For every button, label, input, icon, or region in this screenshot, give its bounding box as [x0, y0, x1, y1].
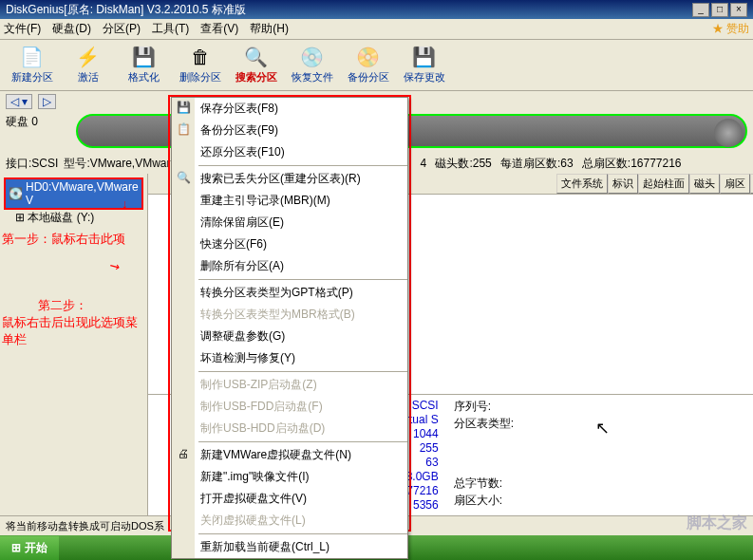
maximize-button[interactable]: □ — [711, 3, 728, 17]
ctx-item[interactable]: 新建".img"映像文件(I) — [172, 466, 407, 488]
tool-备份分区[interactable]: 📀备份分区 — [342, 44, 394, 86]
ctx-item[interactable]: 💾保存分区表(F8) — [172, 98, 407, 120]
tool-激活[interactable]: ⚡激活 — [62, 44, 114, 86]
ctx-icon: 🖨 — [176, 447, 191, 460]
col-header[interactable]: 起始柱面 — [638, 174, 689, 194]
menu-view[interactable]: 查看(V) — [200, 21, 238, 37]
menu-disk[interactable]: 硬盘(D) — [52, 21, 91, 37]
ctx-item: 关闭虚拟硬盘文件(L) — [172, 510, 407, 532]
nav-back[interactable]: ◁ ▾ — [6, 94, 32, 109]
tool-icon: 💾 — [409, 46, 440, 68]
tree-panel: 💽 HD0:VMware,VMware V ⊞ 本地磁盘 (Y:) ↓ 第一步：… — [0, 174, 148, 515]
tool-icon: ⚡ — [73, 46, 104, 68]
ctx-item[interactable]: 还原分区表(F10) — [172, 141, 407, 163]
tool-icon: 🔍 — [241, 46, 272, 68]
col-header[interactable]: 磁头 — [689, 174, 720, 194]
ctx-item[interactable]: 快速分区(F6) — [172, 233, 407, 255]
disk-label: 硬盘 0 — [6, 114, 70, 130]
tool-icon: 📄 — [17, 46, 47, 68]
tool-icon: 💾 — [129, 46, 160, 68]
ctx-item[interactable]: 打开虚拟硬盘文件(V) — [172, 488, 407, 510]
tool-搜索分区[interactable]: 🔍搜索分区 — [230, 44, 282, 86]
context-menu: 💾保存分区表(F8)📋备份分区表(F9)还原分区表(F10)🔍搜索已丢失分区(重… — [171, 97, 408, 559]
ctx-item[interactable]: 转换分区表类型为GPT格式(P) — [172, 282, 407, 304]
col-header[interactable]: 扇区 — [720, 174, 750, 194]
col-header[interactable]: 标识 — [608, 174, 638, 194]
start-button[interactable]: ⊞ 开始 — [0, 536, 59, 560]
nav-fwd[interactable]: ▷ — [38, 94, 56, 109]
menu-help[interactable]: 帮助(H) — [250, 21, 289, 37]
close-button[interactable]: × — [730, 3, 747, 17]
info-sectsize-label: 扇区大小: — [454, 493, 514, 509]
tool-保存更改[interactable]: 💾保存更改 — [398, 44, 450, 86]
menu-tools[interactable]: 工具(T) — [152, 21, 189, 37]
window-title: DiskGenius[原名: DiskMan] V3.2.2010.5 标准版 — [6, 2, 246, 18]
ctx-item[interactable]: 🔍搜索已丢失分区(重建分区表)(R) — [172, 168, 407, 190]
annotation-step2: 第二步： — [38, 297, 87, 314]
watermark: 脚本之家 — [687, 513, 747, 533]
ctx-item[interactable]: 坏道检测与修复(Y) — [172, 347, 407, 369]
col-header[interactable]: 文件系统 — [556, 174, 608, 194]
ctx-item[interactable]: 📋备份分区表(F9) — [172, 120, 407, 141]
tree-local-disk[interactable]: ⊞ 本地磁盘 (Y:) — [15, 210, 143, 226]
sponsor-link[interactable]: ★ 赞助 — [712, 21, 749, 37]
tool-删除分区[interactable]: 🗑删除分区 — [174, 44, 226, 86]
ctx-item[interactable]: 清除保留扇区(E) — [172, 212, 407, 233]
toolbar: 📄新建分区⚡激活💾格式化🗑删除分区🔍搜索分区💿恢复文件📀备份分区💾保存更改 — [0, 40, 753, 91]
info-serial-label: 序列号: — [454, 399, 514, 415]
ctx-icon: 💾 — [176, 101, 191, 114]
ctx-item: 制作USB-FDD启动盘(F) — [172, 396, 407, 418]
window-controls: _ □ × — [692, 3, 747, 17]
info-totalbytes-label: 总字节数: — [454, 476, 514, 492]
ctx-item: 转换分区表类型为MBR格式(B) — [172, 304, 407, 326]
minimize-button[interactable]: _ — [692, 3, 709, 17]
arrow-1-icon: ↓ — [122, 196, 128, 211]
ctx-item[interactable]: 重新加载当前硬盘(Ctrl_L) — [172, 536, 407, 558]
menu-partition[interactable]: 分区(P) — [103, 21, 141, 37]
arrow-2-icon: ↘ — [106, 257, 122, 274]
tool-icon: 💿 — [297, 46, 328, 68]
annotation-step1: 第一步：鼠标右击此项 — [2, 231, 125, 248]
titlebar: DiskGenius[原名: DiskMan] V3.2.2010.5 标准版 … — [0, 0, 753, 19]
annotation-step2b: 鼠标右击后出现此选项菜单栏 — [2, 314, 147, 348]
ctx-item[interactable]: 调整硬盘参数(G) — [172, 326, 407, 347]
info-ptype-label: 分区表类型: — [454, 416, 514, 432]
tool-新建分区[interactable]: 📄新建分区 — [6, 44, 58, 86]
ctx-item[interactable]: 删除所有分区(A) — [172, 255, 407, 277]
tool-恢复文件[interactable]: 💿恢复文件 — [286, 44, 338, 86]
ctx-item[interactable]: 🖨新建VMWare虚拟硬盘文件(N) — [172, 444, 407, 466]
ctx-item: 制作USB-HDD启动盘(D) — [172, 418, 407, 439]
tool-格式化[interactable]: 💾格式化 — [118, 44, 170, 86]
ctx-icon: 🔍 — [176, 171, 191, 184]
ctx-item[interactable]: 重建主引导记录(MBR)(M) — [172, 190, 407, 212]
tool-icon: 📀 — [353, 46, 384, 68]
tool-icon: 🗑 — [185, 46, 216, 68]
menu-file[interactable]: 文件(F) — [4, 21, 41, 37]
start-icon: ⊞ — [11, 541, 21, 554]
disk-icon: 💽 — [9, 187, 23, 200]
ctx-item: 制作USB-ZIP启动盘(Z) — [172, 374, 407, 396]
ctx-icon: 📋 — [176, 122, 191, 136]
menubar: 文件(F) 硬盘(D) 分区(P) 工具(T) 查看(V) 帮助(H) ★ 赞助 — [0, 19, 753, 40]
